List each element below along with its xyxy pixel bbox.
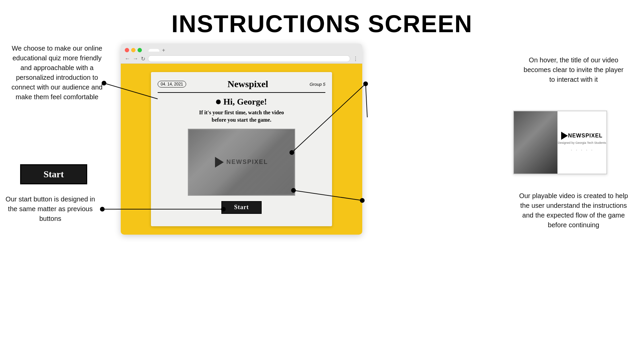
browser-nav-bar: ← → ↻ ⋮: [121, 54, 362, 63]
browser-chrome: + ← → ↻ ⋮: [121, 44, 362, 64]
video-play-area: NEWSPIXEL: [215, 157, 268, 168]
address-bar[interactable]: [148, 55, 350, 62]
newspaper-card: 04. 14, 2021 Newspixel Group 5 Hi, Georg…: [151, 72, 332, 226]
newspaper-header: 04. 14, 2021 Newspixel Group 5: [158, 79, 325, 93]
thumbnail-subtitle: Designed by Georgia Tech Students: [558, 141, 606, 144]
traffic-light-yellow[interactable]: [131, 48, 136, 52]
newspaper-brand-title: Newspixel: [227, 79, 268, 89]
greeting-dot-icon: [216, 100, 221, 104]
thumbnail-brand: NEWSPIXEL: [568, 133, 602, 139]
browser-tab[interactable]: [149, 49, 159, 52]
newspaper-group: Group 5: [310, 82, 325, 87]
hover-thumbnail: NEWSPIXEL Designed by Georgia Tech Stude…: [513, 111, 607, 174]
browser-content: 04. 14, 2021 Newspixel Group 5 Hi, Georg…: [121, 64, 362, 235]
thumbnail-info: NEWSPIXEL Designed by Georgia Tech Stude…: [557, 111, 606, 174]
newspaper-start-button[interactable]: Start: [221, 201, 262, 214]
greeting-text: Hi, George!: [223, 97, 267, 107]
annotation-right-top: On hover, the title of our video becomes…: [523, 55, 624, 84]
newspaper-date: 04. 14, 2021: [158, 81, 186, 87]
refresh-button[interactable]: ↻: [141, 56, 145, 62]
thumbnail-decorative-dots: · · · · ·: [571, 146, 593, 154]
svg-point-3: [100, 207, 105, 212]
newspaper-greeting: Hi, George!: [158, 97, 325, 107]
traffic-light-green[interactable]: [138, 48, 142, 52]
start-button-sample[interactable]: Start: [20, 164, 87, 184]
play-icon: [215, 157, 224, 168]
thumbnail-play-icon: [561, 132, 568, 140]
back-button[interactable]: ←: [125, 56, 130, 62]
annotation-left-bottom: Our start button is designed in the same…: [3, 194, 97, 224]
browser-menu-button[interactable]: ⋮: [353, 56, 358, 62]
thumbnail-image: [514, 111, 557, 174]
traffic-lights: [125, 48, 142, 52]
new-tab-button[interactable]: +: [162, 47, 165, 53]
forward-button[interactable]: →: [133, 56, 138, 62]
newspaper-subtitle: If it's your first time, watch the video…: [158, 109, 325, 124]
browser-window: + ← → ↻ ⋮ 04. 14, 2021 Newspixel Group 5…: [121, 44, 362, 235]
video-brand-label: NEWSPIXEL: [226, 159, 268, 166]
browser-tab-bar: +: [121, 44, 362, 54]
video-player[interactable]: NEWSPIXEL: [188, 129, 295, 196]
svg-line-6: [366, 84, 367, 117]
annotation-right-bottom: Our playable video is created to help th…: [517, 191, 631, 230]
annotation-left-top: We choose to make our online educational…: [7, 44, 107, 102]
page-title: INSTRUCTIONS SCREEN: [0, 0, 644, 38]
traffic-light-red[interactable]: [125, 48, 129, 52]
svg-point-7: [363, 81, 368, 86]
